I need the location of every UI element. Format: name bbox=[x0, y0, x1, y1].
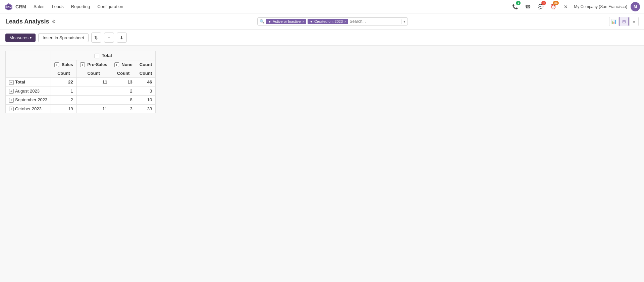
row-spacer-header bbox=[6, 69, 51, 78]
app-brand-label: CRM bbox=[15, 4, 26, 9]
created-filter-label: Created on: 2023 bbox=[314, 19, 343, 23]
download-icon: ⬇ bbox=[120, 35, 123, 40]
col-header-total-count: Count bbox=[136, 60, 156, 69]
active-filter-close[interactable]: × bbox=[302, 19, 304, 23]
nav-reporting[interactable]: Reporting bbox=[68, 3, 93, 10]
chat-badge: 9 bbox=[541, 1, 546, 5]
presales-count-header: Count bbox=[76, 69, 111, 78]
top-navbar: CRM CRM Sales Leads Reporting Configurat… bbox=[0, 0, 644, 13]
row-label-text: Total bbox=[15, 79, 25, 84]
row-expand-btn[interactable]: + bbox=[9, 107, 14, 111]
nav-configuration[interactable]: Configuration bbox=[94, 3, 126, 10]
none-col-label: None bbox=[121, 62, 132, 67]
row-expand-btn[interactable]: + bbox=[9, 98, 14, 103]
list-view-icon: ≡ bbox=[633, 19, 635, 24]
row-expand-btn[interactable]: + bbox=[9, 89, 14, 94]
measures-label: Measures bbox=[9, 35, 29, 40]
chat-icon-btn[interactable]: 💬 9 bbox=[536, 2, 545, 11]
activity-badge: 34 bbox=[553, 1, 559, 5]
data-cell: 10 bbox=[136, 96, 156, 105]
created-filter-tag: ▼ Created on: 2023 × bbox=[308, 19, 348, 24]
search-dropdown-btn[interactable]: ▾ bbox=[401, 19, 406, 24]
tools-icon-btn[interactable]: ✕ bbox=[561, 2, 571, 11]
tools-icon: ✕ bbox=[564, 4, 568, 9]
row-label-text: October 2023 bbox=[15, 106, 42, 111]
total-label: Total bbox=[102, 53, 112, 58]
col-header-none: + None bbox=[111, 60, 136, 69]
expand-all-btn[interactable]: + bbox=[104, 33, 114, 43]
data-cell: 3 bbox=[111, 104, 136, 113]
col-header-presales: + Pre-Sales bbox=[76, 60, 111, 69]
table-row: +August 2023123 bbox=[6, 87, 156, 96]
list-view-btn[interactable]: ≡ bbox=[629, 17, 639, 26]
app-logo[interactable]: CRM CRM bbox=[4, 2, 26, 11]
filter-toggle-btn[interactable]: ⇅ bbox=[91, 33, 101, 43]
pivot-view-btn[interactable]: ⊞ bbox=[619, 17, 629, 26]
activity-icon-btn[interactable]: ⏰ 34 bbox=[548, 2, 558, 11]
search-input[interactable] bbox=[350, 19, 400, 24]
crm-logo-icon: CRM bbox=[4, 2, 13, 11]
sales-count-label: Count bbox=[57, 71, 70, 76]
measures-button[interactable]: Measures ▾ bbox=[5, 34, 36, 42]
phone-badge: ● bbox=[516, 1, 521, 5]
pivot-table-body: −Total22111346+August 2023123+September … bbox=[6, 78, 156, 113]
table-row: +October 20231911333 bbox=[6, 104, 156, 113]
voip-icon-btn[interactable]: ☎ bbox=[523, 2, 532, 11]
data-cell bbox=[76, 96, 111, 105]
nav-sales[interactable]: Sales bbox=[30, 3, 48, 10]
presales-count-label: Count bbox=[87, 71, 100, 76]
page-settings-icon[interactable]: ⚙ bbox=[52, 19, 56, 24]
sales-col-label: Sales bbox=[62, 62, 73, 67]
sales-expand-btn[interactable]: + bbox=[54, 62, 59, 67]
created-filter-close[interactable]: × bbox=[344, 19, 346, 23]
total-collapse-btn[interactable]: − bbox=[95, 54, 99, 58]
row-collapse-btn[interactable]: − bbox=[9, 80, 14, 85]
data-row-label: +October 2023 bbox=[6, 104, 51, 113]
none-expand-btn[interactable]: + bbox=[114, 62, 119, 67]
active-filter-label: Active or Inactive bbox=[273, 19, 301, 23]
data-cell: 46 bbox=[136, 78, 156, 87]
page-header: Leads Analysis ⚙ 🔍 ▼ Active or Inactive … bbox=[0, 13, 644, 30]
insert-spreadsheet-button[interactable]: Insert in Spreadsheet bbox=[38, 33, 89, 42]
filter-funnel-icon: ▼ bbox=[268, 20, 271, 23]
filter-icon: ⇅ bbox=[94, 35, 98, 40]
download-btn[interactable]: ⬇ bbox=[117, 33, 127, 43]
svg-text:CRM: CRM bbox=[6, 6, 11, 8]
presales-col-label: Pre-Sales bbox=[87, 62, 107, 67]
total-count-label2: Count bbox=[140, 71, 152, 76]
total-row-label: −Total bbox=[6, 78, 51, 87]
data-cell: 2 bbox=[111, 87, 136, 96]
page-title: Leads Analysis bbox=[5, 18, 49, 25]
nav-leads[interactable]: Leads bbox=[48, 3, 67, 10]
data-cell: 22 bbox=[51, 78, 77, 87]
measures-arrow-icon: ▾ bbox=[30, 36, 32, 40]
pivot-container: − Total + Sales + Pre-Sales + None bbox=[0, 46, 644, 119]
data-cell: 3 bbox=[136, 87, 156, 96]
data-cell bbox=[76, 87, 111, 96]
phone-icon-btn[interactable]: 📞 ● bbox=[510, 2, 520, 11]
data-row-label: +September 2023 bbox=[6, 96, 51, 105]
presales-expand-btn[interactable]: + bbox=[80, 62, 85, 67]
data-cell: 11 bbox=[76, 78, 111, 87]
pivot-view-icon: ⊞ bbox=[622, 19, 626, 24]
pivot-toolbar: Measures ▾ Insert in Spreadsheet ⇅ + ⬇ bbox=[0, 30, 644, 46]
col-header-sales: + Sales bbox=[51, 60, 77, 69]
row-label-text: September 2023 bbox=[15, 97, 47, 102]
none-count-label: Count bbox=[117, 71, 130, 76]
none-count-header: Count bbox=[111, 69, 136, 78]
total-col-header: − Total bbox=[51, 51, 156, 60]
data-cell: 13 bbox=[111, 78, 136, 87]
data-row-label: +August 2023 bbox=[6, 87, 51, 96]
chart-view-icon: 📊 bbox=[611, 19, 616, 24]
user-company-label[interactable]: My Company (San Francisco) bbox=[574, 4, 627, 9]
expand-all-icon: + bbox=[108, 35, 110, 40]
chart-view-btn[interactable]: 📊 bbox=[609, 17, 619, 26]
voip-icon: ☎ bbox=[525, 4, 531, 9]
user-avatar[interactable]: M bbox=[631, 2, 640, 11]
data-cell: 1 bbox=[51, 87, 77, 96]
data-cell: 19 bbox=[51, 104, 77, 113]
created-filter-funnel-icon: ▼ bbox=[310, 20, 313, 23]
total-count-label: Count bbox=[140, 62, 152, 67]
col-header-row-1: − Total bbox=[6, 51, 156, 60]
data-cell: 2 bbox=[51, 96, 77, 105]
